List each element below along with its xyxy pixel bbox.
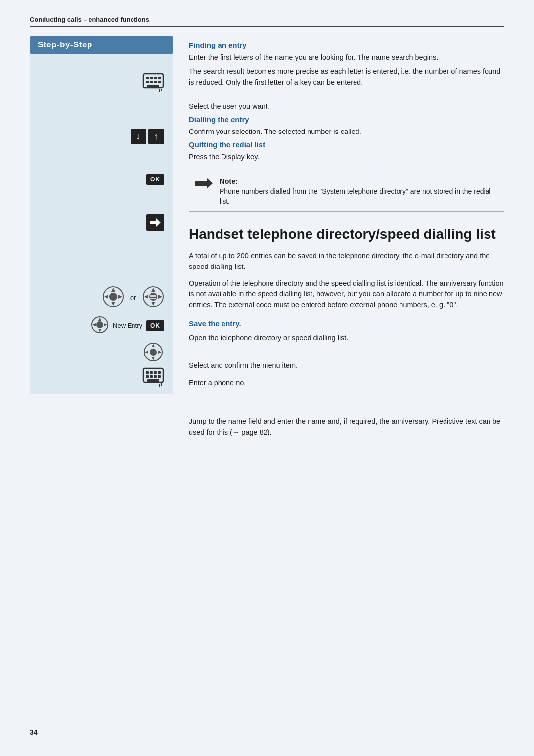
svg-rect-49 xyxy=(147,379,159,382)
left-panel: Step-by-Step xyxy=(30,36,173,441)
svg-rect-45 xyxy=(146,375,149,378)
save-entry-text1: Open the telephone directory or speed di… xyxy=(189,333,504,344)
svg-marker-39 xyxy=(158,351,162,354)
finding-entry-text2: The search result becomes more precise a… xyxy=(189,66,504,88)
svg-marker-30 xyxy=(98,317,101,321)
svg-rect-6 xyxy=(150,81,153,83)
svg-marker-31 xyxy=(98,329,101,332)
save-entry-title: Save the entry. xyxy=(189,319,504,328)
svg-rect-41 xyxy=(146,371,149,374)
finding-entry-title: Finding an entry xyxy=(189,41,504,49)
svg-rect-5 xyxy=(146,81,149,83)
arrow-up-btn: ↑ xyxy=(148,129,164,144)
ok-button-new-entry: OK xyxy=(146,320,164,331)
nav-arrows-icon: ↓ ↑ xyxy=(131,129,164,144)
save-entry-text2: Select and confirm the menu item. xyxy=(189,360,504,371)
step-by-step-label: Step-by-Step xyxy=(30,36,173,54)
svg-marker-21 xyxy=(151,288,155,292)
save-entry-text4: Jump to the name field and enter the nam… xyxy=(189,416,504,438)
left-icons-area: ↓ ↑ OK xyxy=(30,54,173,394)
finding-entry-text3: Select the user you want. xyxy=(189,101,504,112)
svg-rect-8 xyxy=(158,81,161,83)
quitting-section: Quitting the redial list Press the Displ… xyxy=(189,140,504,163)
svg-point-35 xyxy=(150,349,157,356)
save-entry-section: Save the entry. Open the telephone direc… xyxy=(189,319,504,438)
nav-or-row: or xyxy=(102,286,164,309)
note-title: Note: xyxy=(220,178,238,185)
svg-marker-18 xyxy=(118,295,122,299)
svg-marker-23 xyxy=(144,295,148,299)
svg-marker-36 xyxy=(152,344,155,347)
finding-entry-text1: Enter the first letters of the name you … xyxy=(189,52,504,63)
svg-marker-33 xyxy=(104,323,107,326)
svg-point-29 xyxy=(96,321,103,328)
nav-small-icon xyxy=(91,316,109,335)
nav-icon-2 xyxy=(142,286,164,309)
svg-marker-22 xyxy=(151,302,155,306)
intro-text-1: A total of up to 200 entries can be save… xyxy=(189,251,504,272)
svg-marker-17 xyxy=(104,295,108,299)
keyboard-icon-finding xyxy=(142,71,164,94)
svg-marker-37 xyxy=(152,357,155,360)
svg-rect-4 xyxy=(158,77,161,79)
dialling-entry-title: Dialling the entry xyxy=(189,115,504,124)
note-arrow-icon xyxy=(195,178,213,189)
ok-button-dialling: OK xyxy=(146,174,164,185)
keyboard-icon-entry xyxy=(142,365,164,389)
note-box: Note: Phone numbers dialled from the "Sy… xyxy=(189,172,504,212)
nav-phone-icon xyxy=(143,342,163,363)
svg-rect-44 xyxy=(158,371,161,374)
header-title: Conducting calls – enhanced functions xyxy=(30,16,149,23)
dialling-entry-text1: Confirm your selection. The selected num… xyxy=(189,127,504,137)
nav-cross-left xyxy=(102,286,124,309)
svg-marker-15 xyxy=(111,288,115,292)
page-number: 34 xyxy=(30,728,38,736)
right-panel: Finding an entry Enter the first letters… xyxy=(173,36,504,441)
svg-marker-53 xyxy=(207,178,213,189)
svg-rect-3 xyxy=(154,77,157,79)
svg-rect-42 xyxy=(150,371,153,374)
quitting-title: Quitting the redial list xyxy=(189,140,504,149)
finding-entry-section: Finding an entry Enter the first letters… xyxy=(189,41,504,112)
svg-rect-9 xyxy=(147,85,159,87)
svg-marker-32 xyxy=(92,323,96,326)
svg-rect-52 xyxy=(195,181,207,186)
main-heading: Handset telephone directory/speed dialli… xyxy=(189,225,504,243)
page-header: Conducting calls – enhanced functions xyxy=(30,15,504,27)
note-content: Note: Phone numbers dialled from the "Sy… xyxy=(220,177,498,207)
svg-point-14 xyxy=(109,293,117,301)
svg-marker-24 xyxy=(158,295,162,299)
or-label: or xyxy=(130,293,136,302)
keyboard-nav-group xyxy=(142,342,164,389)
quitting-text1: Press the Display key. xyxy=(189,152,504,163)
note-text: Phone numbers dialled from the "System t… xyxy=(220,186,498,207)
svg-rect-43 xyxy=(154,371,157,374)
svg-rect-7 xyxy=(154,81,157,83)
svg-rect-47 xyxy=(154,375,157,378)
svg-rect-1 xyxy=(146,77,149,79)
intro-text-2: Operation of the telephone directory and… xyxy=(189,278,504,311)
svg-marker-38 xyxy=(145,351,148,354)
svg-rect-2 xyxy=(150,77,153,79)
dialling-entry-section: Dialling the entry Confirm your selectio… xyxy=(189,115,504,137)
svg-rect-46 xyxy=(150,375,153,378)
save-entry-text3: Enter a phone no. xyxy=(189,378,504,389)
new-entry-row: New Entry OK xyxy=(91,316,164,335)
new-entry-label: New Entry xyxy=(113,322,142,329)
svg-marker-16 xyxy=(111,302,115,306)
svg-marker-12 xyxy=(150,218,161,227)
display-key-icon xyxy=(146,214,164,231)
arrow-down-btn: ↓ xyxy=(131,129,146,144)
svg-rect-48 xyxy=(158,375,161,378)
